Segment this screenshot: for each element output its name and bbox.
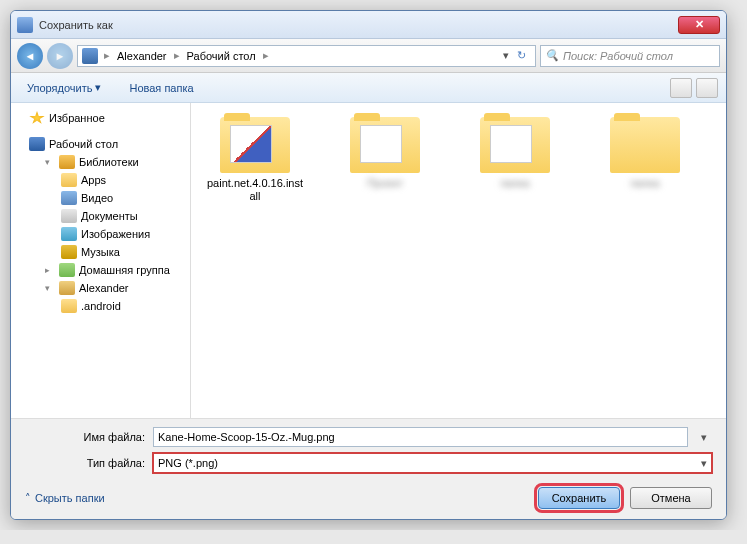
filetype-dropdown[interactable]: PNG (*.png) ▾ bbox=[153, 453, 712, 473]
music-icon bbox=[61, 245, 77, 259]
file-item[interactable]: папка bbox=[595, 117, 695, 203]
sidebar-desktop[interactable]: Рабочий стол bbox=[11, 135, 190, 153]
file-label: папка bbox=[630, 177, 659, 190]
organize-button[interactable]: Упорядочить ▾ bbox=[19, 78, 109, 97]
hide-folders-toggle[interactable]: ˄ Скрыть папки bbox=[25, 492, 105, 505]
chevron-up-icon: ˄ bbox=[25, 492, 31, 505]
refresh-icon[interactable]: ↻ bbox=[511, 49, 531, 62]
save-as-dialog: Сохранить как ✕ ◄ ► ▸ Alexander ▸ Рабочи… bbox=[10, 10, 727, 520]
toolbar: Упорядочить ▾ Новая папка bbox=[11, 73, 726, 103]
sidebar-android[interactable]: .android bbox=[11, 297, 190, 315]
file-item[interactable]: папка bbox=[465, 117, 565, 203]
filetype-label: Тип файла: bbox=[25, 457, 145, 469]
sidebar-libraries[interactable]: ▾Библиотеки bbox=[11, 153, 190, 171]
search-placeholder: Поиск: Рабочий стол bbox=[563, 50, 673, 62]
search-icon: 🔍 bbox=[545, 49, 559, 62]
folder-icon bbox=[61, 173, 77, 187]
chevron-down-icon[interactable]: ▾ bbox=[503, 49, 509, 62]
navigation-bar: ◄ ► ▸ Alexander ▸ Рабочий стол ▸ ▾ ↻ 🔍 П… bbox=[11, 39, 726, 73]
sidebar-apps[interactable]: Apps bbox=[11, 171, 190, 189]
image-icon bbox=[61, 227, 77, 241]
help-button[interactable] bbox=[696, 78, 718, 98]
bottom-panel: Имя файла: ▾ Тип файла: PNG (*.png) ▾ ˄ … bbox=[11, 418, 726, 519]
new-folder-button[interactable]: Новая папка bbox=[121, 79, 201, 97]
file-label: paint.net.4.0.16.install bbox=[205, 177, 305, 203]
sidebar-user[interactable]: ▾Alexander bbox=[11, 279, 190, 297]
file-item[interactable]: paint.net.4.0.16.install bbox=[205, 117, 305, 203]
star-icon bbox=[29, 111, 45, 125]
breadcrumb-location[interactable]: Рабочий стол bbox=[184, 50, 259, 62]
sidebar-video[interactable]: Видео bbox=[11, 189, 190, 207]
file-list[interactable]: paint.net.4.0.16.install Проект папка па… bbox=[191, 103, 726, 418]
chevron-right-icon: ▸ bbox=[172, 49, 182, 62]
expand-icon[interactable]: ▸ bbox=[45, 265, 55, 275]
chevron-down-icon[interactable]: ▾ bbox=[696, 431, 712, 444]
sidebar-homegroup[interactable]: ▸Домашняя группа bbox=[11, 261, 190, 279]
file-label: папка bbox=[500, 177, 529, 190]
chevron-down-icon: ▾ bbox=[701, 457, 707, 470]
folder-icon bbox=[350, 117, 420, 173]
titlebar[interactable]: Сохранить как ✕ bbox=[11, 11, 726, 39]
chevron-right-icon: ▸ bbox=[261, 49, 271, 62]
file-label: Проект bbox=[367, 177, 403, 190]
save-button[interactable]: Сохранить bbox=[538, 487, 620, 509]
breadcrumb-user[interactable]: Alexander bbox=[114, 50, 170, 62]
video-icon bbox=[61, 191, 77, 205]
desktop-icon bbox=[29, 137, 45, 151]
cancel-button[interactable]: Отмена bbox=[630, 487, 712, 509]
breadcrumb[interactable]: ▸ Alexander ▸ Рабочий стол ▸ ▾ ↻ bbox=[77, 45, 536, 67]
main-area: Избранное Рабочий стол ▾Библиотеки Apps … bbox=[11, 103, 726, 418]
expand-icon[interactable]: ▾ bbox=[45, 283, 55, 293]
folder-icon bbox=[220, 117, 290, 173]
chevron-right-icon: ▸ bbox=[102, 49, 112, 62]
libraries-icon bbox=[59, 155, 75, 169]
folder-icon bbox=[610, 117, 680, 173]
filename-input[interactable] bbox=[153, 427, 688, 447]
expand-icon[interactable]: ▾ bbox=[45, 157, 55, 167]
back-button[interactable]: ◄ bbox=[17, 43, 43, 69]
document-icon bbox=[61, 209, 77, 223]
search-input[interactable]: 🔍 Поиск: Рабочий стол bbox=[540, 45, 720, 67]
homegroup-icon bbox=[59, 263, 75, 277]
forward-button[interactable]: ► bbox=[47, 43, 73, 69]
sidebar-favorites[interactable]: Избранное bbox=[11, 109, 190, 127]
filename-label: Имя файла: bbox=[25, 431, 145, 443]
app-icon bbox=[17, 17, 33, 33]
close-button[interactable]: ✕ bbox=[678, 16, 720, 34]
sidebar-documents[interactable]: Документы bbox=[11, 207, 190, 225]
user-icon bbox=[59, 281, 75, 295]
computer-icon bbox=[82, 48, 98, 64]
sidebar-tree[interactable]: Избранное Рабочий стол ▾Библиотеки Apps … bbox=[11, 103, 191, 418]
chevron-down-icon: ▾ bbox=[95, 81, 101, 94]
folder-icon bbox=[480, 117, 550, 173]
sidebar-images[interactable]: Изображения bbox=[11, 225, 190, 243]
view-mode-button[interactable] bbox=[670, 78, 692, 98]
sidebar-music[interactable]: Музыка bbox=[11, 243, 190, 261]
window-title: Сохранить как bbox=[39, 19, 678, 31]
file-item[interactable]: Проект bbox=[335, 117, 435, 203]
folder-icon bbox=[61, 299, 77, 313]
